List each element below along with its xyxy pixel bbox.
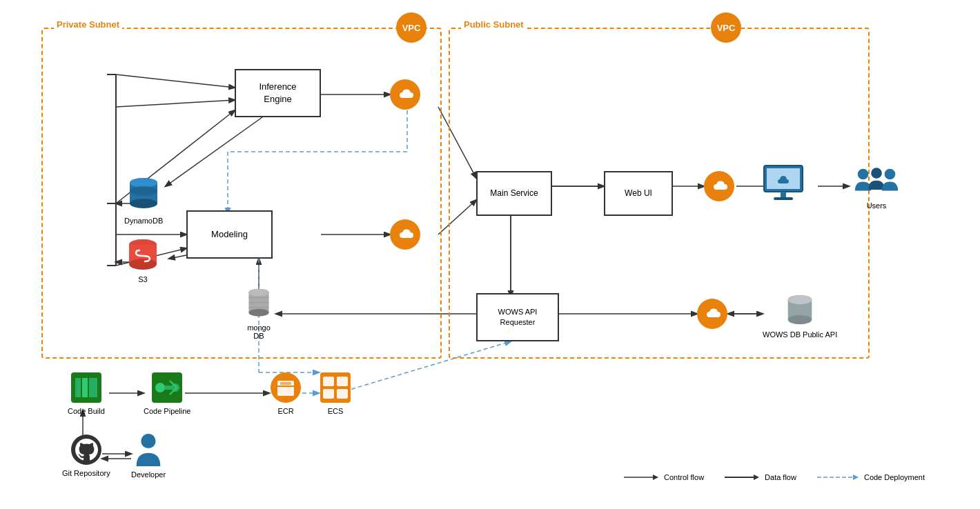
svg-rect-61 bbox=[774, 197, 793, 200]
s3-label: S3 bbox=[138, 275, 147, 283]
svg-point-68 bbox=[788, 295, 812, 304]
codepipeline-icon bbox=[150, 371, 184, 404]
data-flow-label: Data flow bbox=[765, 473, 796, 481]
public-subnet-label: Public Subnet bbox=[461, 19, 527, 30]
cloud-icon-inference bbox=[390, 79, 420, 110]
modeling-box: Modeling bbox=[186, 210, 273, 259]
control-flow-label: Control flow bbox=[664, 473, 704, 481]
svg-point-54 bbox=[248, 289, 268, 297]
code-deployment-label: Code Deployment bbox=[864, 473, 925, 481]
computer-container bbox=[763, 164, 804, 202]
wows-api-label: WOWS API Requester bbox=[498, 307, 538, 328]
developer-icon bbox=[133, 433, 164, 468]
codebuild-icon bbox=[70, 371, 103, 404]
computer-icon bbox=[763, 164, 804, 202]
ecs-icon bbox=[319, 371, 352, 404]
users-label: Users bbox=[867, 201, 887, 210]
ecr-icon bbox=[269, 371, 302, 404]
svg-rect-60 bbox=[781, 192, 786, 197]
svg-point-50 bbox=[129, 239, 157, 250]
svg-point-43 bbox=[130, 199, 157, 208]
svg-rect-81 bbox=[323, 377, 334, 386]
svg-marker-88 bbox=[653, 475, 658, 480]
svg-rect-82 bbox=[337, 377, 348, 386]
codepipeline-label: Code Pipeline bbox=[144, 407, 191, 415]
cloud-public-main bbox=[704, 171, 734, 201]
cloud-modeling bbox=[390, 219, 420, 250]
legend-control-flow: Control flow bbox=[624, 473, 704, 481]
users-container: Users bbox=[842, 164, 911, 210]
wows-db-icon bbox=[785, 293, 815, 328]
mongodb-label: mongo DB bbox=[247, 323, 271, 340]
developer-container: Developer bbox=[131, 433, 166, 479]
ecs-container: ECS bbox=[319, 371, 352, 415]
data-flow-line bbox=[725, 473, 759, 481]
codepipeline-container: Code Pipeline bbox=[144, 371, 191, 415]
dynamodb-label: DynamoDB bbox=[124, 217, 163, 225]
svg-point-86 bbox=[141, 434, 155, 448]
svg-point-75 bbox=[171, 383, 179, 392]
code-deployment-line bbox=[817, 473, 859, 481]
ecs-label: ECS bbox=[328, 407, 344, 415]
ecr-container: ECR bbox=[269, 371, 302, 415]
svg-marker-92 bbox=[853, 475, 859, 480]
control-flow-line bbox=[624, 473, 658, 481]
vpc-badge-left: VPC bbox=[396, 12, 427, 43]
vpc-badge-right: VPC bbox=[711, 12, 741, 43]
git-label: Git Repository bbox=[62, 469, 110, 477]
inference-engine-label: Inference Engine bbox=[259, 81, 296, 106]
diagram-container: Private Subnet Public Subnet VPC VPC Inf… bbox=[0, 0, 980, 509]
svg-point-62 bbox=[858, 169, 869, 180]
private-subnet-label: Private Subnet bbox=[54, 19, 122, 30]
wows-api-box: WOWS API Requester bbox=[476, 293, 559, 341]
modeling-label: Modeling bbox=[211, 228, 248, 241]
svg-point-46 bbox=[130, 186, 157, 196]
web-ui-box: Web UI bbox=[604, 171, 673, 216]
svg-marker-90 bbox=[754, 475, 759, 480]
cloud-icon-modeling bbox=[390, 219, 420, 250]
cloud-bottom-public bbox=[697, 299, 727, 329]
svg-point-64 bbox=[885, 169, 896, 180]
svg-point-53 bbox=[248, 309, 268, 317]
git-container: Git Repository bbox=[62, 433, 110, 477]
inference-engine-box: Inference Engine bbox=[235, 69, 321, 117]
svg-rect-83 bbox=[323, 389, 334, 399]
svg-rect-84 bbox=[337, 389, 348, 399]
legend: Control flow Data flow Code Deployment bbox=[624, 473, 925, 481]
svg-point-67 bbox=[788, 315, 812, 324]
legend-data-flow: Data flow bbox=[725, 473, 796, 481]
codebuild-container: Code Build bbox=[68, 371, 105, 415]
wows-db-label: WOWS DB Public API bbox=[763, 330, 837, 339]
mongodb-container: mongo DB bbox=[245, 286, 273, 340]
developer-label: Developer bbox=[131, 470, 166, 479]
web-ui-label: Web UI bbox=[625, 188, 652, 199]
s3-icon bbox=[126, 238, 160, 272]
legend-code-deployment: Code Deployment bbox=[817, 473, 925, 481]
mongodb-icon bbox=[245, 286, 273, 321]
svg-rect-79 bbox=[280, 382, 291, 385]
cloud-icon-bottom-public bbox=[697, 299, 727, 329]
s3-container: S3 bbox=[126, 238, 160, 283]
cloud-inference bbox=[390, 79, 420, 110]
svg-point-63 bbox=[871, 168, 882, 179]
svg-point-49 bbox=[129, 259, 157, 270]
wows-db-container: WOWS DB Public API bbox=[763, 293, 837, 339]
main-service-box: Main Service bbox=[476, 171, 552, 216]
svg-point-73 bbox=[155, 383, 165, 392]
main-service-label: Main Service bbox=[490, 188, 538, 199]
codebuild-label: Code Build bbox=[68, 407, 105, 415]
cloud-icon-public-main bbox=[704, 171, 734, 201]
svg-point-44 bbox=[130, 178, 157, 188]
git-icon bbox=[70, 433, 103, 466]
dynamodb-container: DynamoDB bbox=[124, 176, 163, 225]
users-icon bbox=[852, 164, 901, 199]
dynamodb-icon bbox=[126, 176, 161, 214]
ecr-label: ECR bbox=[277, 407, 293, 415]
